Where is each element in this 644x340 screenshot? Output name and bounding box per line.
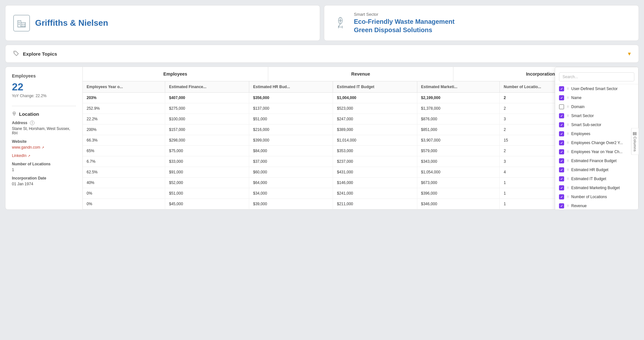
column-item[interactable]: ⠿Number of Locations xyxy=(555,192,638,201)
column-checkbox[interactable] xyxy=(559,140,564,145)
website-link[interactable]: www.gandn.com ↗ xyxy=(12,145,76,150)
cell-10-4: $346,000 xyxy=(417,199,500,209)
cell-10-2: $39,000 xyxy=(249,199,333,209)
cell-6-1: $33,000 xyxy=(165,156,249,167)
svg-rect-20 xyxy=(634,132,635,135)
column-item[interactable]: ⠿Smart Sector xyxy=(555,111,638,120)
column-item[interactable]: ⠿Estimated IT Budget xyxy=(555,174,638,183)
column-label: Employees Year on Year Ch... xyxy=(571,150,622,154)
cell-10-0: 0% xyxy=(83,199,165,209)
tag-icon xyxy=(13,51,19,57)
column-checkbox[interactable] xyxy=(559,95,564,100)
cell-5-3: $353,000 xyxy=(333,146,417,156)
cell-7-1: $91,000 xyxy=(165,167,249,178)
column-label: Smart Sub-sector xyxy=(571,123,601,127)
column-checkbox[interactable] xyxy=(559,203,564,208)
cell-3-4: $851,000 xyxy=(417,124,500,135)
column-checkbox[interactable] xyxy=(559,194,564,199)
column-drag-handle: ⠿ xyxy=(567,159,569,163)
column-checkbox[interactable] xyxy=(559,158,564,163)
cell-0-0: 203% xyxy=(83,93,165,103)
explore-topics-card[interactable]: Explore Topics ▾ xyxy=(5,45,639,63)
cell-0-4: $2,199,000 xyxy=(417,93,500,103)
column-checkbox[interactable] xyxy=(559,86,564,91)
column-drag-handle: ⠿ xyxy=(567,96,569,100)
column-label: Smart Sector xyxy=(571,114,594,118)
incorporation-label: Incorporation Date xyxy=(12,176,76,180)
column-item[interactable]: ⠿Estimated HR Budget xyxy=(555,165,638,174)
column-item[interactable]: ⠿Revenue xyxy=(555,201,638,210)
cell-1-0: 252.9% xyxy=(83,103,165,114)
col-header-0: Employees Year o... xyxy=(83,81,165,93)
cell-7-2: $60,000 xyxy=(249,167,333,178)
metric-revenue: Revenue xyxy=(268,67,454,81)
cell-6-4: $343,000 xyxy=(417,156,500,167)
column-drag-handle: ⠿ xyxy=(567,105,569,109)
column-drag-handle: ⠿ xyxy=(567,195,569,199)
column-label: Revenue xyxy=(571,204,587,208)
column-checkbox[interactable] xyxy=(559,176,564,181)
cell-3-1: $157,000 xyxy=(165,124,249,135)
cell-6-3: $237,000 xyxy=(333,156,417,167)
sector-name: Eco-Friendly Waste Management Green Disp… xyxy=(354,17,455,34)
cell-5-1: $75,000 xyxy=(165,146,249,156)
cell-4-0: 66.3% xyxy=(83,135,165,146)
sector-info: Smart Sector Eco-Friendly Waste Manageme… xyxy=(354,12,455,34)
column-checkbox[interactable] xyxy=(559,104,564,109)
column-drag-handle: ⠿ xyxy=(567,150,569,154)
svg-rect-2 xyxy=(19,22,20,23)
column-checkbox[interactable] xyxy=(559,131,564,136)
metric-employees: Employees xyxy=(83,67,268,81)
column-label: Number of Locations xyxy=(571,195,607,199)
linkedin-link[interactable]: LinkedIn ↗ xyxy=(12,153,76,158)
employees-change: YoY Change: 22.2% xyxy=(12,94,76,98)
column-item[interactable]: ⠿User-Defined Smart Sector xyxy=(555,84,638,93)
column-item[interactable]: ⠿Smart Sub-sector xyxy=(555,120,638,129)
num-locations-value: 1 xyxy=(12,168,76,172)
column-checkbox[interactable] xyxy=(559,185,564,190)
cell-1-3: $523,000 xyxy=(333,103,417,114)
columns-search-input[interactable] xyxy=(559,72,634,81)
columns-toggle-button[interactable]: Columns xyxy=(631,128,639,155)
column-label: Employees xyxy=(571,132,590,136)
cell-2-0: 22.2% xyxy=(83,114,165,124)
columns-list: ⠿User-Defined Smart Sector⠿Name⠿Domain⠿S… xyxy=(555,84,638,210)
cell-4-4: $3,907,000 xyxy=(417,135,500,146)
col-header-1: Estimated Finance... xyxy=(165,81,249,93)
column-checkbox[interactable] xyxy=(559,167,564,172)
cell-0-1: $407,000 xyxy=(165,93,249,103)
column-label: Domain xyxy=(571,105,584,109)
cell-9-1: $51,000 xyxy=(165,188,249,199)
cell-5-2: $84,000 xyxy=(249,146,333,156)
column-checkbox[interactable] xyxy=(559,113,564,118)
svg-rect-7 xyxy=(24,26,25,27)
cell-8-1: $52,000 xyxy=(165,178,249,188)
incorporation-value: 01 Jan 1974 xyxy=(12,182,76,186)
column-item[interactable]: ⠿Estimated Marketing Budget xyxy=(555,183,638,192)
column-checkbox[interactable] xyxy=(559,149,564,154)
column-checkbox[interactable] xyxy=(559,122,564,127)
svg-point-17 xyxy=(15,52,15,52)
column-drag-handle: ⠿ xyxy=(567,186,569,190)
cell-2-4: $876,000 xyxy=(417,114,500,124)
column-item[interactable]: ⠿Estimated Finance Budget xyxy=(555,156,638,165)
num-locations-label: Number of Locations xyxy=(12,162,76,166)
column-item[interactable]: ⠿Domain xyxy=(555,102,638,111)
chevron-down-icon: ▾ xyxy=(628,50,631,57)
column-item[interactable]: ⠿Employees Year on Year Ch... xyxy=(555,147,638,156)
column-item[interactable]: ⠿Employees Change Over2 Y... xyxy=(555,138,638,147)
location-title: Location xyxy=(19,111,39,117)
column-drag-handle: ⠿ xyxy=(567,168,569,172)
cell-5-0: 65% xyxy=(83,146,165,156)
cell-6-2: $37,000 xyxy=(249,156,333,167)
column-item[interactable]: ⠿Employees xyxy=(555,129,638,138)
main-content: Employees 22 YoY Change: 22.2% Location … xyxy=(5,67,639,210)
employees-section: Employees 22 YoY Change: 22.2% xyxy=(12,73,76,98)
website-section: Website www.gandn.com ↗ xyxy=(12,139,76,150)
external-link-icon: ↗ xyxy=(42,146,44,149)
address-info-icon[interactable]: i xyxy=(30,121,34,125)
columns-dropdown: ⠿User-Defined Smart Sector⠿Name⠿Domain⠿S… xyxy=(555,67,639,210)
column-item[interactable]: ⠿Name xyxy=(555,93,638,102)
sector-icon xyxy=(332,15,349,32)
cell-8-4: $673,000 xyxy=(417,178,500,188)
